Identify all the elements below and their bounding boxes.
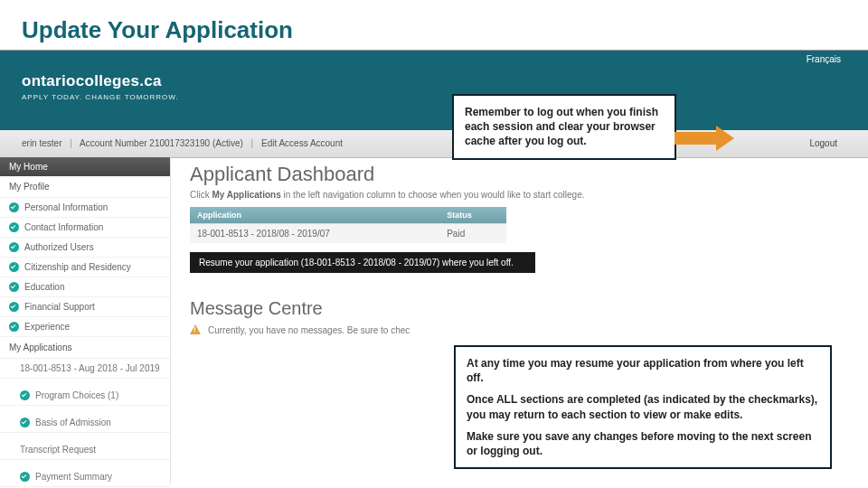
table-cell-status: Paid xyxy=(439,224,506,244)
sidebar-item-financial[interactable]: Financial Support xyxy=(0,297,170,317)
sidebar-item-label: Authorized Users xyxy=(24,242,94,252)
sidebar-item-payment[interactable]: Payment Summary xyxy=(0,467,170,487)
page-title: Applicant Dashboard xyxy=(190,163,854,186)
slide-title: Update Your Application xyxy=(22,16,868,44)
sidebar-item-label: Contact Information xyxy=(24,222,103,232)
callout-instructions: At any time you may resume your applicat… xyxy=(454,345,832,469)
sidebar: My Home My Profile Personal Information … xyxy=(0,157,171,484)
sidebar-item-appnum[interactable]: 18-001-8513 - Aug 2018 - Jul 2019 xyxy=(0,359,170,379)
sidebar-item-label: Basis of Admission xyxy=(35,418,111,427)
callout-line: Once ALL sections are completed (as indi… xyxy=(467,392,819,421)
header-band: ontariocolleges.ca APPLY TODAY. CHANGE T… xyxy=(0,51,868,130)
user-name: erin tester xyxy=(22,138,61,148)
edit-account-link[interactable]: Edit Access Account xyxy=(261,138,343,148)
sidebar-item-education[interactable]: Education xyxy=(0,277,170,297)
sidebar-item-contact[interactable]: Contact Information xyxy=(0,218,170,238)
acct-label: Account Number xyxy=(80,138,146,148)
user-bar: erin tester | Account Number 21001732319… xyxy=(0,130,868,158)
table-row[interactable]: 18-001-8513 - 2018/08 - 2019/07Paid xyxy=(190,224,506,244)
check-icon xyxy=(9,322,19,332)
sidebar-item-authusers[interactable]: Authorized Users xyxy=(0,238,170,258)
warning-icon xyxy=(190,324,201,335)
check-icon xyxy=(20,418,30,427)
sidebar-item-transcript[interactable]: Transcript Request xyxy=(0,440,170,460)
sidebar-header: My Home xyxy=(0,157,170,176)
sidebar-item-experience[interactable]: Experience xyxy=(0,317,170,337)
acct-number: 210017323190 xyxy=(149,138,210,148)
callout-line: Make sure you save any changes before mo… xyxy=(467,429,819,458)
sidebar-item-label: Payment Summary xyxy=(35,472,112,482)
sidebar-item-label: Citizenship and Residency xyxy=(24,262,131,272)
sidebar-item-label: Program Choices (1) xyxy=(35,390,118,400)
sidebar-item-label: Personal Information xyxy=(24,202,108,212)
callout-line: At any time you may resume your applicat… xyxy=(467,356,819,385)
logout-link[interactable]: Logout xyxy=(809,138,837,148)
acct-status: (Active) xyxy=(212,138,243,148)
resume-banner[interactable]: Resume your application (18-001-8513 - 2… xyxy=(190,252,535,273)
check-icon xyxy=(9,302,19,312)
check-icon xyxy=(9,222,19,232)
page-subtext: Click My Applications in the left naviga… xyxy=(190,190,854,200)
brand-logo: ontariocolleges.ca xyxy=(22,72,179,90)
language-toggle[interactable]: Français xyxy=(807,54,841,64)
message-centre-title: Message Centre xyxy=(190,298,854,319)
arrow-icon xyxy=(675,126,734,151)
table-cell-app: 18-001-8513 - 2018/08 - 2019/07 xyxy=(190,224,439,244)
message-text: Currently, you have no messages. Be sure… xyxy=(208,325,410,335)
sidebar-item-personal[interactable]: Personal Information xyxy=(0,198,170,218)
brand-tagline: APPLY TODAY. CHANGE TOMORROW. xyxy=(22,93,179,101)
sidebar-item-label: Transcript Request xyxy=(20,445,96,455)
sidebar-item-label: 18-001-8513 - Aug 2018 - Jul 2019 xyxy=(20,363,160,373)
check-icon xyxy=(20,472,30,482)
sidebar-item-label: Experience xyxy=(24,322,70,332)
sidebar-item-programchoices[interactable]: Program Choices (1) xyxy=(0,386,170,406)
check-icon xyxy=(9,262,19,272)
brand: ontariocolleges.ca APPLY TODAY. CHANGE T… xyxy=(22,72,179,101)
sidebar-section-apps[interactable]: My Applications xyxy=(0,337,170,359)
sidebar-item-label: Financial Support xyxy=(24,302,95,312)
sidebar-item-citizenship[interactable]: Citizenship and Residency xyxy=(0,258,170,277)
table-header-app: Application xyxy=(190,207,439,224)
sidebar-item-basis[interactable]: Basis of Admission xyxy=(0,413,170,433)
callout-logout-reminder: Remember to log out when you finish each… xyxy=(452,94,676,160)
sidebar-item-label: Education xyxy=(24,282,64,292)
application-table: ApplicationStatus 18-001-8513 - 2018/08 … xyxy=(190,207,506,243)
table-header-status: Status xyxy=(439,207,506,224)
check-icon xyxy=(9,282,19,292)
message-row: Currently, you have no messages. Be sure… xyxy=(190,324,854,335)
sidebar-section-profile[interactable]: My Profile xyxy=(0,176,170,198)
check-icon xyxy=(9,242,19,252)
screenshot-region: ontariocolleges.ca APPLY TODAY. CHANGE T… xyxy=(0,51,868,484)
check-icon xyxy=(20,390,30,400)
check-icon xyxy=(9,202,19,212)
